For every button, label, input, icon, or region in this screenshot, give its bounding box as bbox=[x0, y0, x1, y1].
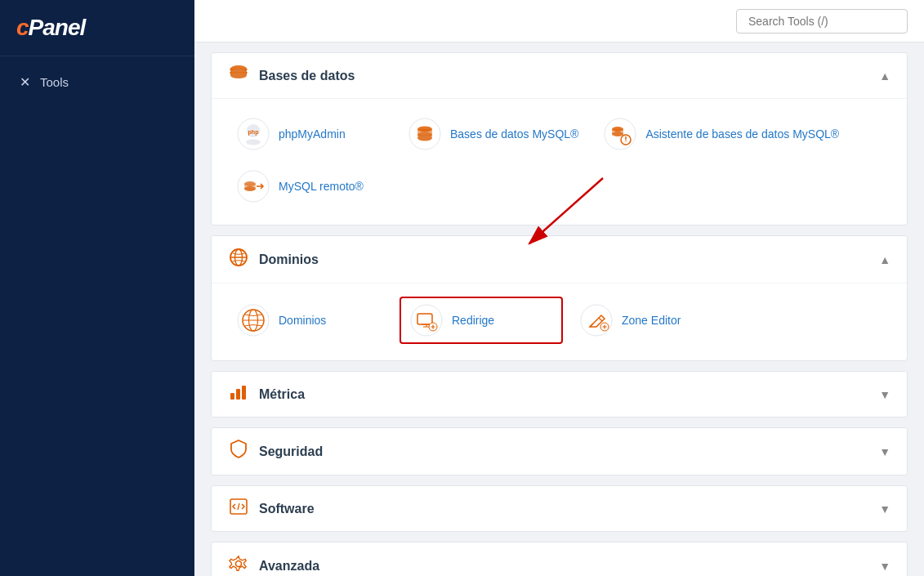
db-icon bbox=[228, 65, 249, 87]
svg-rect-36 bbox=[417, 314, 432, 324]
section-bases-datos: Bases de datos ▲ php phpMyAdmin bbox=[211, 52, 908, 225]
tools-icon: ✕ bbox=[20, 74, 30, 90]
chevron-bases-datos: ▲ bbox=[879, 69, 891, 83]
header bbox=[194, 0, 924, 42]
svg-point-35 bbox=[411, 305, 442, 336]
chevron-dominios: ▲ bbox=[879, 253, 891, 266]
svg-text:php: php bbox=[248, 129, 259, 136]
svg-point-8 bbox=[246, 140, 261, 145]
phpmyadmin-icon: php bbox=[236, 117, 270, 151]
svg-point-25 bbox=[244, 186, 256, 191]
svg-point-18 bbox=[612, 132, 623, 136]
section-label-dominios: Dominios bbox=[259, 252, 319, 267]
tool-dominios[interactable]: Dominios bbox=[228, 297, 391, 344]
mysql-icon bbox=[408, 117, 442, 151]
section-metrica: Métrica ▼ bbox=[211, 371, 908, 417]
tool-mysql-remote[interactable]: MySQL remoto® bbox=[228, 164, 391, 208]
gear-icon bbox=[228, 554, 249, 576]
tool-mysql[interactable]: Bases de datos MySQL® bbox=[400, 112, 587, 156]
section-header-seguridad[interactable]: Seguridad ▼ bbox=[212, 428, 907, 475]
section-label-seguridad: Seguridad bbox=[259, 444, 323, 459]
bar-icon bbox=[228, 383, 249, 405]
section-label-avanzada: Avanzada bbox=[259, 559, 319, 574]
sidebar-item-label: Tools bbox=[40, 75, 69, 89]
chevron-software: ▼ bbox=[879, 502, 891, 516]
globe-icon bbox=[228, 248, 249, 271]
sidebar-logo: cPanel bbox=[0, 0, 194, 56]
section-seguridad: Seguridad ▼ bbox=[211, 427, 908, 476]
svg-rect-49 bbox=[230, 393, 234, 400]
section-header-dominios[interactable]: Dominios ▲ bbox=[212, 236, 907, 283]
zone-editor-icon bbox=[579, 303, 614, 337]
mysql-label: Bases de datos MySQL® bbox=[450, 127, 578, 141]
section-header-bases-datos[interactable]: Bases de datos ▲ bbox=[212, 53, 907, 98]
tool-zone-editor[interactable]: Zone Editor bbox=[571, 297, 734, 344]
chevron-avanzada: ▼ bbox=[879, 560, 891, 573]
arrow-annotation-wrapper: Dominios ▲ bbox=[211, 235, 908, 361]
svg-rect-50 bbox=[236, 389, 240, 400]
section-header-metrica[interactable]: Métrica ▼ bbox=[212, 372, 907, 417]
zone-editor-label: Zone Editor bbox=[622, 314, 681, 327]
redirige-icon bbox=[409, 303, 444, 337]
main-area: Bases de datos ▲ php phpMyAdmin bbox=[194, 0, 924, 576]
section-avanzada: Avanzada ▼ bbox=[211, 542, 908, 576]
sidebar: cPanel ✕ Tools bbox=[0, 0, 194, 576]
search-input[interactable] bbox=[736, 9, 908, 33]
svg-point-21 bbox=[626, 141, 627, 142]
section-software: Software ▼ bbox=[211, 485, 908, 532]
sidebar-item-tools[interactable]: ✕ Tools bbox=[0, 65, 194, 100]
section-label-metrica: Métrica bbox=[259, 387, 305, 402]
section-header-avanzada[interactable]: Avanzada ▼ bbox=[212, 543, 907, 576]
code-icon bbox=[228, 498, 249, 520]
shield-icon bbox=[228, 440, 249, 463]
tool-redirige[interactable]: Redirige bbox=[400, 297, 563, 344]
svg-line-44 bbox=[599, 318, 602, 321]
section-label-software: Software bbox=[259, 502, 315, 516]
redirige-label: Redirige bbox=[452, 314, 494, 327]
svg-point-54 bbox=[236, 561, 242, 567]
mysql-wizard-label: Asistente de bases de datos MySQL® bbox=[645, 127, 839, 141]
tool-mysql-wizard[interactable]: Asistente de bases de datos MySQL® bbox=[595, 112, 847, 156]
sidebar-menu: ✕ Tools bbox=[0, 56, 194, 108]
svg-point-14 bbox=[417, 136, 432, 141]
chevron-metrica: ▼ bbox=[879, 388, 891, 401]
tools-grid-bases-datos: php phpMyAdmin bbox=[212, 98, 907, 225]
content-area: Bases de datos ▲ php phpMyAdmin bbox=[194, 42, 924, 576]
dominios-icon bbox=[236, 303, 270, 337]
svg-rect-51 bbox=[242, 386, 246, 400]
tools-grid-dominios: Dominios bbox=[212, 283, 907, 360]
svg-line-53 bbox=[238, 503, 239, 510]
section-label-bases-datos: Bases de datos bbox=[259, 69, 355, 83]
cpanel-logo-text: cPanel bbox=[16, 15, 178, 41]
phpmyadmin-label: phpMyAdmin bbox=[279, 127, 346, 141]
mysql-wizard-icon bbox=[603, 117, 637, 151]
mysql-remote-label: MySQL remoto® bbox=[279, 180, 364, 193]
svg-point-4 bbox=[230, 73, 247, 78]
mysql-remote-icon bbox=[236, 169, 270, 203]
tool-phpmyadmin[interactable]: php phpMyAdmin bbox=[228, 112, 391, 156]
chevron-seguridad: ▼ bbox=[879, 445, 891, 458]
section-dominios: Dominios ▲ bbox=[211, 235, 908, 361]
section-header-software[interactable]: Software ▼ bbox=[212, 486, 907, 531]
dominios-label: Dominios bbox=[279, 314, 326, 327]
